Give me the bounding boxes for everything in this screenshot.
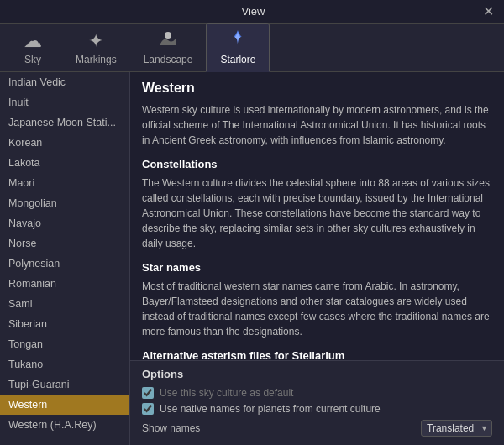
tab-bar: ☁ Sky ✦ Markings Landscape Starlore bbox=[0, 24, 504, 72]
label-sky-culture-default: Use this sky culture as default bbox=[160, 387, 293, 399]
title-bar: View ✕ bbox=[0, 0, 504, 24]
show-names-select-wrapper: TranslatedNativeBothNone bbox=[421, 420, 492, 437]
tab-sky[interactable]: ☁ Sky bbox=[3, 27, 62, 71]
landscape-icon bbox=[159, 29, 177, 50]
starlore-icon bbox=[228, 29, 247, 50]
show-names-label: Show names bbox=[142, 422, 200, 434]
sidebar-item-17[interactable]: Western (H.A.Rey) bbox=[0, 415, 129, 435]
show-names-select[interactable]: TranslatedNativeBothNone bbox=[421, 420, 492, 437]
show-names-row: Show names TranslatedNativeBothNone bbox=[142, 420, 492, 437]
sidebar-item-12[interactable]: Siberian bbox=[0, 314, 129, 334]
section-heading-0: Constellations bbox=[142, 158, 492, 170]
content-panel: Western Western sky culture is used inte… bbox=[130, 72, 504, 445]
markings-icon: ✦ bbox=[88, 32, 103, 50]
sky-icon: ☁ bbox=[24, 32, 42, 50]
sidebar-item-2[interactable]: Japanese Moon Stati... bbox=[0, 113, 129, 133]
sidebar-item-3[interactable]: Korean bbox=[0, 133, 129, 153]
sidebar-item-4[interactable]: Lakota bbox=[0, 153, 129, 173]
sidebar-item-13[interactable]: Tongan bbox=[0, 334, 129, 354]
tab-markings-label: Markings bbox=[76, 54, 117, 65]
tab-landscape[interactable]: Landscape bbox=[130, 24, 207, 71]
tab-markings[interactable]: ✦ Markings bbox=[62, 27, 130, 71]
sidebar-item-7[interactable]: Navajo bbox=[0, 213, 129, 233]
sidebar-item-6[interactable]: Mongolian bbox=[0, 193, 129, 213]
sidebar-item-0[interactable]: Indian Vedic bbox=[0, 72, 129, 92]
tab-sky-label: Sky bbox=[24, 54, 41, 65]
sidebar: Indian VedicInuitJapanese Moon Stati...K… bbox=[0, 72, 130, 445]
option-row-native: Use native names for planets from curren… bbox=[142, 403, 492, 415]
tab-landscape-label: Landscape bbox=[144, 54, 193, 65]
tab-starlore-label: Starlore bbox=[220, 54, 255, 65]
sidebar-item-9[interactable]: Polynesian bbox=[0, 254, 129, 274]
content-title: Western bbox=[142, 81, 492, 96]
sidebar-item-5[interactable]: Maori bbox=[0, 173, 129, 193]
sidebar-item-16[interactable]: Western bbox=[0, 395, 129, 415]
content-scroll[interactable]: Western Western sky culture is used inte… bbox=[130, 72, 504, 360]
content-intro: Western sky culture is used internationa… bbox=[142, 102, 492, 148]
sidebar-item-14[interactable]: Tukano bbox=[0, 354, 129, 374]
sidebar-item-10[interactable]: Romanian bbox=[0, 274, 129, 294]
section-heading-1: Star names bbox=[142, 261, 492, 274]
section-body-1: Most of traditional western star names c… bbox=[142, 279, 492, 339]
options-panel: Options Use this sky culture as default … bbox=[130, 360, 504, 445]
section-heading-2: Alternative asterism files for Stellariu… bbox=[142, 349, 492, 360]
close-button[interactable]: ✕ bbox=[480, 3, 497, 20]
checkbox-native-names[interactable] bbox=[142, 403, 154, 415]
main-area: Indian VedicInuitJapanese Moon Stati...K… bbox=[0, 72, 504, 445]
section-body-0: The Western culture divides the celestia… bbox=[142, 175, 492, 251]
label-native-names: Use native names for planets from curren… bbox=[160, 403, 381, 415]
sidebar-item-1[interactable]: Inuit bbox=[0, 92, 129, 113]
svg-point-0 bbox=[165, 32, 171, 39]
sidebar-item-11[interactable]: Sami bbox=[0, 294, 129, 314]
option-row-default: Use this sky culture as default bbox=[142, 387, 492, 399]
sidebar-item-15[interactable]: Tupi-Guarani bbox=[0, 374, 129, 395]
tab-starlore[interactable]: Starlore bbox=[206, 23, 270, 72]
sidebar-item-8[interactable]: Norse bbox=[0, 233, 129, 254]
window-title: View bbox=[27, 5, 480, 18]
options-title: Options bbox=[142, 368, 492, 380]
checkbox-sky-culture-default[interactable] bbox=[142, 387, 154, 399]
